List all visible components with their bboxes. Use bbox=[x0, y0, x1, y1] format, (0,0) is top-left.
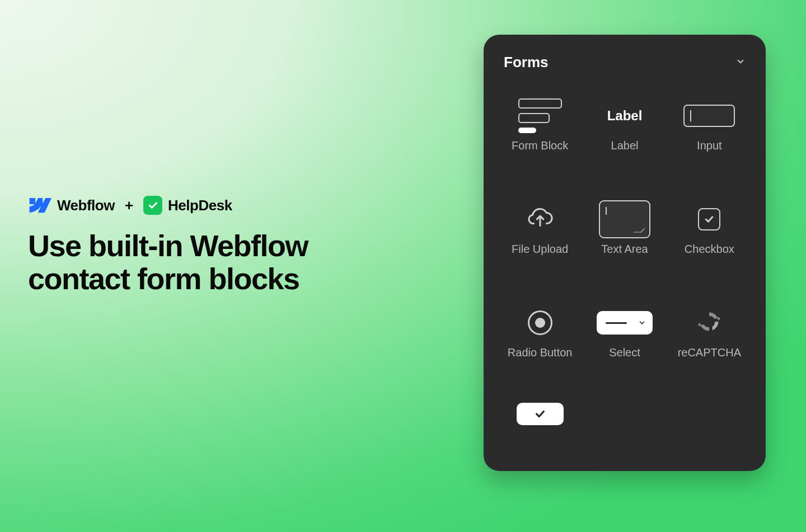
webflow-brand: Webflow bbox=[28, 197, 115, 214]
element-select[interactable]: Select bbox=[584, 299, 665, 380]
element-radio-button[interactable]: Radio Button bbox=[499, 299, 580, 380]
element-label: Select bbox=[609, 346, 640, 359]
hero-left: Webflow + HelpDesk Use built-in Webflow … bbox=[28, 196, 386, 296]
form-block-icon bbox=[499, 92, 580, 139]
recaptcha-icon bbox=[669, 299, 750, 346]
element-file-upload[interactable]: File Upload bbox=[499, 196, 580, 277]
forms-grid: Form Block Label Label Input bbox=[499, 92, 750, 448]
element-label: Text Area bbox=[601, 243, 648, 256]
page-heading: Use built-in Webflow contact form blocks bbox=[28, 229, 386, 296]
webflow-label: Webflow bbox=[57, 197, 115, 214]
element-label: Label bbox=[611, 139, 639, 152]
element-input[interactable]: Input bbox=[669, 92, 750, 173]
select-dropdown-icon bbox=[584, 299, 665, 346]
heading-line-1: Use built-in Webflow bbox=[28, 229, 308, 262]
element-form-block[interactable]: Form Block bbox=[499, 92, 580, 173]
element-label: File Upload bbox=[512, 243, 568, 256]
element-label: Checkbox bbox=[685, 243, 734, 256]
panel-header[interactable]: Forms bbox=[499, 51, 750, 77]
element-label: reCAPTCHA bbox=[678, 346, 741, 359]
svg-marker-1 bbox=[718, 317, 721, 321]
radio-icon bbox=[499, 299, 580, 346]
element-checkbox[interactable]: Checkbox bbox=[669, 196, 750, 277]
cloud-upload-icon bbox=[499, 196, 580, 243]
element-submit-button[interactable] bbox=[499, 403, 580, 448]
element-label: Form Block bbox=[512, 139, 568, 152]
empty-cell bbox=[584, 403, 665, 448]
empty-cell bbox=[669, 403, 750, 448]
input-field-icon bbox=[669, 92, 750, 139]
element-text-area[interactable]: Text Area bbox=[584, 196, 665, 277]
webflow-logo-icon bbox=[28, 197, 51, 213]
forms-panel: Forms Form Block Label Label bbox=[484, 35, 766, 471]
element-recaptcha[interactable]: reCAPTCHA bbox=[669, 299, 750, 380]
brand-row: Webflow + HelpDesk bbox=[28, 196, 386, 215]
submit-button-icon bbox=[499, 403, 580, 425]
helpdesk-brand: HelpDesk bbox=[143, 196, 232, 215]
element-label-block[interactable]: Label Label bbox=[584, 92, 665, 173]
checkbox-icon bbox=[669, 196, 750, 243]
element-label: Input bbox=[697, 139, 721, 152]
svg-marker-2 bbox=[698, 323, 701, 327]
helpdesk-logo-icon bbox=[143, 196, 162, 215]
label-text-icon: Label bbox=[584, 92, 665, 139]
element-label: Radio Button bbox=[508, 346, 573, 359]
heading-line-2: contact form blocks bbox=[28, 262, 299, 295]
helpdesk-label: HelpDesk bbox=[168, 197, 232, 214]
chevron-down-icon[interactable] bbox=[735, 57, 746, 69]
textarea-icon bbox=[584, 196, 665, 243]
panel-title: Forms bbox=[504, 54, 548, 71]
plus-symbol: + bbox=[125, 197, 133, 214]
